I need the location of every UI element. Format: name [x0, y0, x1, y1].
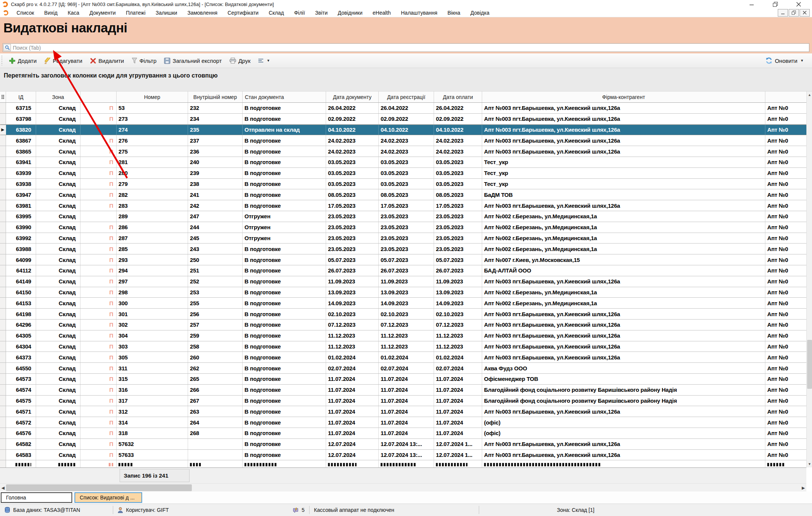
tab-home[interactable]: Головна	[1, 492, 72, 503]
horizontal-scroll-thumb[interactable]	[6, 484, 192, 491]
toolbar-grip-handle[interactable]	[1, 56, 3, 65]
close-icon[interactable]	[793, 0, 804, 8]
scroll-left-icon[interactable]: ◀	[0, 484, 6, 492]
column-header-Дата реєстрації[interactable]: Дата реєстрації	[379, 91, 434, 102]
table-row[interactable]: 63798СкладП273234В подготовке02.09.20220…	[0, 114, 806, 125]
table-row[interactable]: 63939СкладП280239В подготовке03.05.20230…	[0, 168, 806, 179]
table-row[interactable]: 63995Склад289247Отгружен23.05.202323.05.…	[0, 211, 806, 222]
table-row[interactable]: 64576СкладП318268В подготовке11.07.20241…	[0, 428, 806, 439]
menu-item-1[interactable]: Список	[17, 10, 34, 16]
table-row[interactable]: 64198СкладП301256В подготовке02.10.20230…	[0, 309, 806, 320]
table-row[interactable]: 64373СкладП305260В подготовке01.02.20240…	[0, 352, 806, 363]
column-header-Дата оплати[interactable]: Дата оплати	[434, 91, 482, 102]
table-row[interactable]: 63947СкладП282241В подготовке08.05.20230…	[0, 189, 806, 200]
column-header-col11[interactable]	[765, 91, 806, 102]
cell-number: 312	[117, 406, 188, 417]
search-icon[interactable]	[3, 44, 11, 51]
vertical-scroll-thumb[interactable]	[807, 340, 812, 389]
table-row[interactable]: 64582СкладП57632В подготовке12.07.202412…	[0, 439, 806, 450]
mdi-restore-icon[interactable]	[789, 9, 799, 17]
scroll-up-icon[interactable]: ▲	[807, 92, 812, 98]
menu-item-15[interactable]: Вікна	[448, 10, 460, 16]
column-header-ІД[interactable]: ІД	[6, 91, 36, 102]
cell-status: В подготовке	[243, 276, 326, 287]
cell-tail: Апт №0	[765, 222, 806, 233]
menu-item-5[interactable]: Платежі	[126, 10, 146, 16]
menu-item-6[interactable]: Залишки	[156, 10, 177, 16]
menu-item-10[interactable]: Філії	[294, 10, 305, 16]
edit-button-label: Редагувати	[53, 58, 82, 64]
table-row[interactable]: 64296СкладП302257В подготовке07.12.20230…	[0, 320, 806, 330]
table-row[interactable]: 64572СкладП314264В подготовке11.07.20241…	[0, 417, 806, 428]
tab-list-expense-docs[interactable]: Список: Видаткові д ...	[74, 492, 142, 503]
table-row[interactable]: 64150СкладП298253В подготовке13.09.20231…	[0, 287, 806, 298]
restore-icon[interactable]	[770, 0, 780, 8]
table-row[interactable]: 64099СкладП293250В подготовке05.07.20230…	[0, 254, 806, 265]
menu-item-11[interactable]: Звіти	[315, 10, 328, 16]
column-header-Зона[interactable]: Зона	[36, 91, 80, 102]
table-row[interactable]: 64305СкладП304259В подготовке11.12.20231…	[0, 330, 806, 341]
column-header-Внутрішній номер[interactable]: Внутрішній номер	[188, 91, 243, 102]
table-row[interactable]: 63865СкладП275236В подготовке24.02.20232…	[0, 146, 806, 157]
table-row[interactable]: 63941СкладП281240В подготовке03.05.20230…	[0, 157, 806, 168]
menu-item-2[interactable]: Вихід	[44, 10, 58, 16]
table-row[interactable]: 64550СкладП311262В подготовке02.07.20240…	[0, 363, 806, 374]
table-row-partial[interactable]	[0, 460, 806, 467]
mdi-close-icon[interactable]	[800, 9, 810, 17]
column-header-Стан документа[interactable]: Стан документа	[243, 91, 326, 102]
menu-item-3[interactable]: Каса	[68, 10, 79, 16]
cell-status: Отгружен	[243, 233, 326, 244]
minimize-icon[interactable]	[747, 0, 757, 8]
vertical-scrollbar[interactable]: ▲ ▼	[806, 91, 812, 467]
table-row[interactable]: 63867СкладП276237В подготовке24.02.20232…	[0, 135, 806, 146]
menu-item-12[interactable]: Довідники	[338, 10, 363, 16]
column-header-Номер[interactable]: Номер	[117, 91, 188, 102]
column-header-col3[interactable]	[80, 91, 117, 102]
refresh-button[interactable]: Оновити▼	[762, 56, 807, 65]
table-row[interactable]: 63992СкладП287245Отгружен23.05.202323.05…	[0, 233, 806, 244]
menu-item-16[interactable]: Довідка	[471, 10, 489, 16]
table-row[interactable]: 64149СкладП297252В подготовке11.09.20231…	[0, 276, 806, 287]
print-button[interactable]: Друк	[226, 56, 253, 65]
horizontal-scrollbar[interactable]: ◀ ▶	[0, 483, 806, 492]
menu-item-14[interactable]: Налаштування	[401, 10, 437, 16]
column-header-Фірма-контрагент[interactable]: Фірма-контрагент	[482, 91, 765, 102]
cell-number: 279	[117, 179, 188, 189]
row-indicator	[0, 330, 6, 341]
table-row[interactable]: 64583СкладП57633В подготовке12.07.202412…	[0, 450, 806, 461]
scroll-down-icon[interactable]: ▼	[807, 461, 812, 467]
search-input[interactable]	[11, 45, 809, 51]
cell-date_reg: 13.09.2023	[379, 287, 434, 298]
delete-button[interactable]: Видалити	[87, 56, 127, 65]
column-header-Дата документу[interactable]: Дата документу	[326, 91, 379, 102]
table-row[interactable]: 64573СкладП315265В подготовке11.07.20241…	[0, 374, 806, 385]
table-row[interactable]: 64112СкладП294251В подготовке26.07.20232…	[0, 265, 806, 276]
table-row[interactable]: 64304СкладП303258В подготовке11.12.20231…	[0, 341, 806, 352]
cell-id: 64296	[6, 320, 36, 330]
edit-button[interactable]: Редагувати	[41, 56, 85, 65]
menu-item-7[interactable]: Замовлення	[187, 10, 217, 16]
layout-button[interactable]: ▼	[255, 56, 273, 65]
table-row[interactable]: 63988СкладП285243В подготовке23.05.20232…	[0, 244, 806, 254]
table-row[interactable]: 63938СкладП279238В подготовке03.05.20230…	[0, 179, 806, 190]
scroll-right-icon[interactable]: ▶	[800, 484, 806, 492]
table-row[interactable]: 64153СкладП300255В подготовке14.09.20231…	[0, 298, 806, 309]
menu-item-13[interactable]: eHealth	[373, 10, 391, 16]
table-row[interactable]: ▶63820Склад274235Отправлен на склад04.10…	[0, 125, 806, 135]
table-row[interactable]: 64574СкладП316266В подготовке11.07.20241…	[0, 385, 806, 396]
filter-button[interactable]: Фільтр	[129, 56, 159, 65]
cell-p: П	[80, 103, 117, 113]
menu-item-9[interactable]: Склад	[269, 10, 284, 16]
table-row[interactable]: 64571СкладП312263В подготовке11.07.20241…	[0, 406, 806, 417]
add-button[interactable]: Додати	[6, 56, 39, 65]
cell-date_reg: 11.09.2023	[379, 276, 434, 287]
menu-item-8[interactable]: Сертифікати	[228, 10, 258, 16]
export-button[interactable]: Загальний експорт	[161, 56, 225, 65]
mdi-minimize-icon[interactable]	[778, 9, 788, 17]
table-row[interactable]: 64575СкладП317267В подготовке11.07.20241…	[0, 396, 806, 406]
cell-tail: Апт №0	[765, 146, 806, 157]
table-row[interactable]: 63981СкладП283242В подготовке17.05.20231…	[0, 200, 806, 211]
menu-item-4[interactable]: Документи	[90, 10, 116, 16]
table-row[interactable]: 63715СкладП53232В подготовке26.04.202226…	[0, 103, 806, 114]
table-row[interactable]: 63990СкладП286244Отгружен23.05.202323.05…	[0, 222, 806, 233]
